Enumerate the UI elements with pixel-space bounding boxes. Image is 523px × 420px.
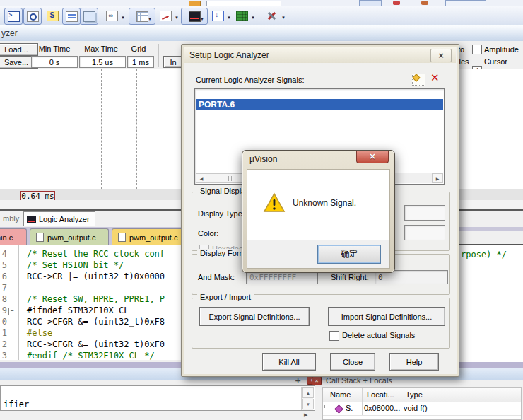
load-button-label: Load... [4,45,28,54]
registers-window-button[interactable] [62,8,81,25]
kill-all-button[interactable]: Kill All [262,353,316,371]
main-toolbar-clipped [0,0,523,6]
fold-marker[interactable]: − [8,308,16,315]
serial-dropdown-arrow[interactable] [175,12,180,18]
call-stack-table[interactable]: Name Locati... Type S. 0x08000... void f… [322,387,522,420]
output-text-fragment: ifier [4,399,29,409]
tab-logic-analyzer[interactable]: Logic Analyzer [23,211,95,226]
amplitude-label: Amplitude [484,45,519,54]
delete-signal-icon[interactable]: ✕ [430,71,440,84]
display-type-combo[interactable] [404,205,445,221]
max-time-label: Max Time [80,45,122,53]
scroll-right-arrow[interactable]: ▶ [432,173,443,183]
signal-item-selected[interactable]: PORTA.6 [196,99,443,110]
code-text: RCC->CR |= (uint32_t)0x0000 [27,272,165,281]
watch-window-button[interactable] [103,8,120,23]
tab-main-c[interactable]: ain.c [0,228,27,245]
memory-dropdown-arrow[interactable] [148,13,153,19]
system-viewer-icon [236,11,248,21]
memory-window-icon [136,11,148,22]
partial-icon [421,1,428,5]
line-number: 6 [0,272,7,281]
logic-analyzer-button[interactable] [181,8,208,25]
thumb-grip [228,176,235,181]
watch-dropdown-arrow[interactable] [121,12,127,18]
uvision-debug-screen: yzer Load... Save... Min Time Max Time G… [0,0,523,420]
gridline [30,69,30,189]
color-picker[interactable] [404,225,445,240]
import-button-label: Import Signal Definitions... [341,313,432,321]
ok-button-label: 确定 [341,248,358,260]
column-divider[interactable] [401,388,401,402]
import-definitions-button[interactable]: Import Signal Definitions... [328,307,445,326]
grid-value: 1 ms [127,56,154,68]
column-divider[interactable] [447,388,447,402]
trace-button[interactable] [209,8,226,23]
code-text: #else [27,328,52,338]
system-viewer-dropdown-arrow[interactable] [251,12,257,18]
dialog-close-button[interactable]: × [430,49,452,62]
logic-analyzer-window-titlebar: yzer [0,25,523,42]
help-button[interactable]: Help [389,353,439,371]
system-viewer-button[interactable] [233,8,250,23]
tab-disassembly-fragment[interactable]: mbly [0,213,22,224]
dialog-title: Setup Logic Analyzer [189,50,269,60]
document-icon [36,233,44,242]
gridline [136,69,137,189]
code-text: RCC->CFGR &= (uint32_t)0xF8 [27,317,165,327]
row-type: void f() [404,404,428,412]
color-label: Color: [198,229,218,238]
column-type[interactable]: Type [406,390,423,399]
debug-toolbar [0,6,523,25]
pin-icon[interactable]: + [295,376,301,385]
scroll-right-arrow[interactable]: ▶ [304,412,307,418]
messagebox-close-button[interactable] [356,151,389,163]
output-vscrollbar[interactable]: ▲ ▼ [301,387,313,410]
trace-dropdown-arrow[interactable] [227,12,233,18]
new-signal-icon[interactable] [412,74,425,86]
ok-button[interactable]: 确定 [317,245,381,264]
close-panel-button-2[interactable]: × [312,376,322,385]
call-stack-panel-title: Call Stack + Locals [326,376,392,385]
grid-label: Grid [126,45,151,53]
close-label: Close [343,358,363,366]
scroll-down-arrow[interactable]: ▼ [302,399,314,409]
column-name[interactable]: Name [330,390,351,399]
toolbox-dropdown-arrow[interactable] [281,12,287,18]
export-definitions-button[interactable]: Export Signal Definitions... [199,307,310,326]
messagebox-text: Unknown Signal. [293,198,356,208]
export-button-label: Export Signal Definitions... [208,313,300,321]
line-number: 1 [0,328,7,338]
call-stack-row[interactable]: S. 0x08000... void f() [323,402,521,416]
signals-label: Current Logic Analyzer Signals: [196,76,304,84]
memory-window-button[interactable] [129,8,155,25]
command-window-button[interactable] [4,8,23,25]
registers-icon [66,11,78,22]
disassembly-window-button[interactable] [23,8,42,25]
serial-window-button[interactable] [157,8,174,23]
gridline [101,69,102,189]
amplitude-checkbox[interactable] [472,45,482,54]
load-button[interactable]: Load... [0,43,38,56]
tab-pwm-output-active-label: pwm_output.c [129,233,177,242]
tab-pwm-output-c[interactable]: pwm_output.c [30,228,109,245]
call-stack-window-button[interactable] [80,8,98,25]
shift-right-value: 0 [378,273,383,282]
scroll-up-arrow[interactable]: ▲ [302,387,314,398]
output-panel[interactable]: ifier ▲ ▼ [0,385,315,411]
messagebox-body: Unknown Signal. [247,169,390,241]
cursor-line[interactable] [18,69,18,189]
dialog-close-action-button[interactable]: Close [330,353,375,371]
dialog-titlebar[interactable]: Setup Logic Analyzer × [184,47,456,63]
column-divider[interactable] [362,388,363,402]
code-text: /* Reset the RCC clock conf [27,249,165,259]
column-location[interactable]: Locati... [367,390,394,399]
analysis-dropdown-arrow[interactable] [200,13,206,19]
code-editor-right-split[interactable]: rpose) */ [456,244,523,362]
debug-toolbox-button[interactable] [263,8,280,23]
symbol-window-button[interactable] [44,8,61,23]
zoom-in-button[interactable]: In [163,56,183,68]
messagebox-title: µVision [249,154,277,164]
delete-signals-label: Delete actual Signals [342,331,415,339]
delete-signals-checkbox[interactable] [329,331,339,341]
